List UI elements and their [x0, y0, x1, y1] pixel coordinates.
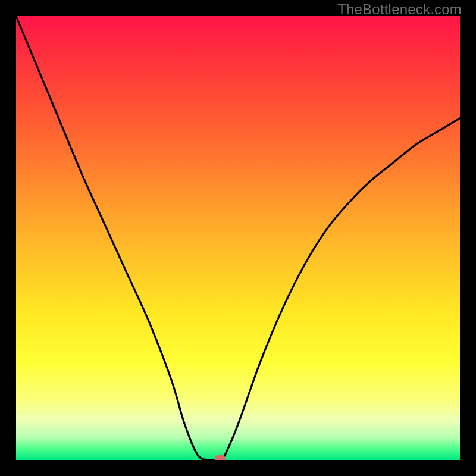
bottleneck-curve	[16, 16, 460, 460]
watermark-text: TheBottleneck.com	[337, 1, 462, 18]
chart-plot-area	[16, 16, 460, 460]
optimal-point-marker	[215, 455, 226, 460]
